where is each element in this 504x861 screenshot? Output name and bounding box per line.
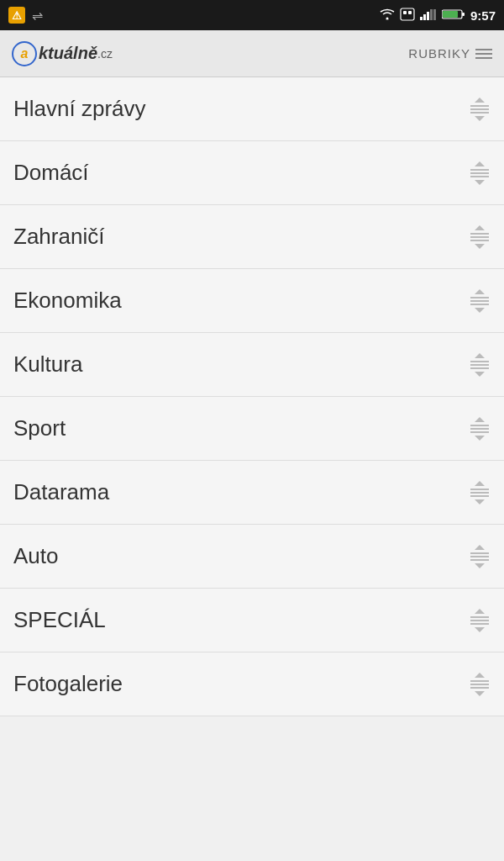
drag-line — [470, 304, 489, 305]
arrow-down-icon — [475, 116, 485, 121]
menu-item-special[interactable]: SPECIÁL — [0, 589, 504, 652]
arrow-up-icon — [475, 225, 485, 230]
usb-icon: ⇌ — [32, 8, 43, 24]
drag-line — [470, 233, 489, 235]
wifi-icon — [380, 8, 395, 23]
drag-handle-special[interactable] — [469, 609, 491, 632]
drag-line — [470, 431, 489, 433]
drag-line — [470, 687, 489, 689]
drag-line — [470, 300, 489, 302]
menu-item-label-datarama: Datarama — [13, 479, 109, 505]
logo[interactable]: a ktuálně .cz — [12, 41, 113, 66]
arrow-down-icon — [475, 436, 485, 441]
svg-rect-6 — [427, 12, 429, 20]
drag-line — [470, 364, 489, 366]
drag-handle-ekonomika[interactable] — [469, 289, 491, 313]
menu-item-label-kultura: Kultura — [13, 351, 82, 378]
arrow-down-icon — [475, 691, 485, 696]
drag-line — [470, 240, 489, 241]
menu-item-hlavni-zpravy[interactable]: Hlavní zprávy — [0, 77, 504, 141]
drag-handle-kultura[interactable] — [469, 353, 491, 377]
arrow-down-icon — [475, 308, 485, 313]
drag-line — [470, 425, 489, 426]
arrow-up-icon — [475, 161, 485, 166]
menu-item-label-sport: Sport — [13, 415, 66, 441]
menu-item-sport[interactable]: Sport — [0, 397, 504, 461]
drag-line — [470, 559, 489, 561]
menu-item-ekonomika[interactable]: Ekonomika — [0, 269, 504, 333]
drag-line — [470, 623, 489, 625]
svg-rect-8 — [433, 9, 436, 20]
menu-item-fotogalerie[interactable]: Fotogalerie — [0, 652, 504, 716]
svg-rect-2 — [403, 11, 407, 14]
svg-rect-3 — [408, 11, 412, 14]
sim-icon — [400, 8, 415, 24]
drag-line — [470, 616, 489, 618]
drag-handle-domaci[interactable] — [469, 161, 491, 185]
menu-item-domaci[interactable]: Domácí — [0, 141, 504, 205]
drag-line — [470, 297, 489, 298]
drag-line — [470, 620, 489, 621]
arrow-up-icon — [475, 481, 485, 486]
drag-handle-fotogalerie[interactable] — [469, 673, 491, 696]
hamburger-icon — [475, 49, 492, 59]
svg-rect-11 — [443, 11, 458, 18]
menu-item-label-special: SPECIÁL — [13, 607, 106, 633]
menu-item-label-domaci: Domácí — [13, 160, 89, 186]
drag-handle-datarama[interactable] — [469, 481, 491, 504]
svg-rect-10 — [462, 13, 465, 16]
menu-item-label-zahranicí: Zahraničí — [13, 224, 104, 250]
drag-line — [470, 169, 489, 171]
drag-line — [470, 236, 489, 238]
menu-item-label-auto: Auto — [13, 543, 59, 569]
drag-line — [470, 492, 489, 494]
arrow-down-icon — [475, 244, 485, 249]
status-bar: ⚠ ⇌ — [0, 0, 504, 30]
drag-line — [470, 112, 489, 114]
drag-line — [470, 495, 489, 497]
drag-line — [470, 680, 489, 682]
drag-line — [470, 489, 489, 490]
arrow-down-icon — [475, 563, 485, 568]
arrow-up-icon — [475, 609, 485, 614]
drag-handle-zahranicí[interactable] — [469, 225, 491, 249]
battery-icon — [442, 8, 465, 23]
drag-line — [470, 556, 489, 557]
arrow-up-icon — [475, 289, 485, 294]
drag-line — [470, 361, 489, 362]
drag-line — [470, 367, 489, 369]
arrow-down-icon — [475, 372, 485, 377]
arrow-up-icon — [475, 417, 485, 422]
arrow-down-icon — [475, 627, 485, 632]
menu-item-datarama[interactable]: Datarama — [0, 461, 504, 525]
drag-line — [470, 108, 489, 110]
svg-rect-1 — [401, 8, 414, 20]
menu-item-zahranicí[interactable]: Zahraničí — [0, 205, 504, 269]
arrow-up-icon — [475, 673, 485, 678]
menu-item-label-fotogalerie: Fotogalerie — [13, 671, 123, 697]
menu-item-label-hlavni-zpravy: Hlavní zprávy — [13, 96, 146, 122]
drag-line — [470, 552, 489, 554]
warning-icon: ⚠ — [8, 7, 25, 24]
rubriky-label: RUBRIKY — [408, 46, 470, 61]
header: a ktuálně .cz RUBRIKY — [0, 30, 504, 77]
drag-handle-auto[interactable] — [469, 545, 491, 568]
menu-item-label-ekonomika: Ekonomika — [13, 288, 122, 314]
drag-handle-hlavni-zpravy[interactable] — [469, 98, 491, 121]
menu-list: Hlavní zprávyDomácíZahraničíEkonomikaKul… — [0, 77, 504, 716]
svg-rect-7 — [430, 9, 433, 20]
svg-rect-5 — [423, 14, 426, 20]
arrow-down-icon — [475, 180, 485, 185]
rubriky-button[interactable]: RUBRIKY — [408, 46, 492, 61]
time-display: 9:57 — [470, 8, 496, 23]
drag-line — [470, 684, 489, 685]
menu-item-kultura[interactable]: Kultura — [0, 333, 504, 397]
svg-rect-4 — [420, 17, 423, 20]
drag-handle-sport[interactable] — [469, 417, 491, 441]
arrow-up-icon — [475, 353, 485, 358]
signal-bars-icon — [420, 8, 437, 23]
menu-item-auto[interactable]: Auto — [0, 525, 504, 589]
drag-line — [470, 176, 489, 177]
drag-line — [470, 172, 489, 174]
arrow-up-icon — [475, 98, 485, 103]
